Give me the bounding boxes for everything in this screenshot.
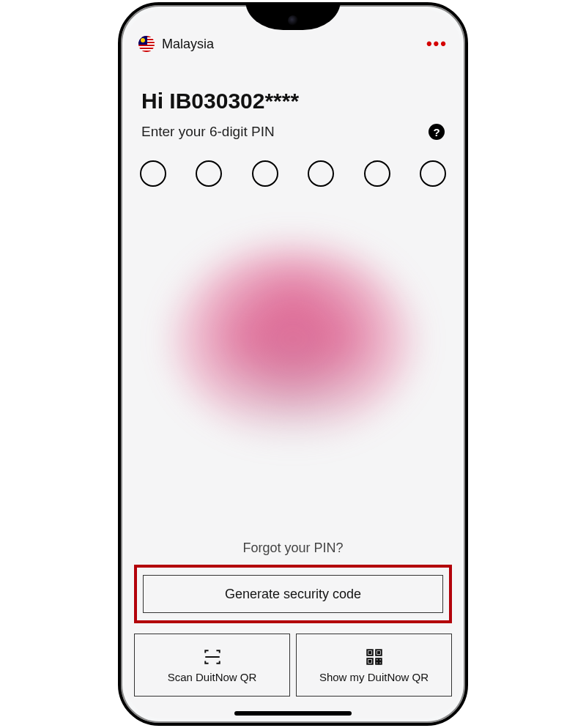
svg-rect-10 — [379, 661, 381, 664]
greeting-text: Hi IB030302**** — [141, 89, 445, 114]
pin-dot — [364, 160, 390, 187]
blurred-graphic — [172, 245, 414, 435]
pin-dot — [420, 160, 446, 187]
promo-area — [125, 209, 461, 536]
phone-frame: Malaysia ••• Hi IB030302**** Enter your … — [118, 2, 468, 726]
pin-dot — [140, 160, 166, 187]
pin-prompt-row: Enter your 6-digit PIN ? — [125, 114, 461, 140]
tutorial-highlight: Generate security code — [134, 565, 452, 623]
scan-qr-icon — [203, 647, 222, 666]
malaysia-flag-icon — [138, 36, 155, 52]
pin-dot — [308, 160, 334, 187]
show-duitnow-qr-button[interactable]: Show my DuitNow QR — [296, 634, 452, 697]
help-icon[interactable]: ? — [429, 124, 445, 140]
qr-actions-row: Scan DuitNow QR Show — [125, 631, 461, 718]
pin-dot — [196, 160, 222, 187]
svg-rect-8 — [379, 658, 381, 661]
home-indicator[interactable] — [234, 711, 352, 716]
scan-duitnow-qr-button[interactable]: Scan DuitNow QR — [134, 634, 290, 697]
svg-rect-7 — [376, 658, 378, 661]
more-options-button[interactable]: ••• — [426, 34, 448, 53]
country-selector[interactable]: Malaysia — [138, 36, 214, 52]
show-qr-label: Show my DuitNow QR — [319, 671, 429, 683]
country-label: Malaysia — [162, 37, 214, 52]
scan-qr-label: Scan DuitNow QR — [168, 671, 257, 683]
svg-rect-6 — [368, 660, 370, 661]
svg-rect-5 — [377, 651, 379, 653]
app-screen: Malaysia ••• Hi IB030302**** Enter your … — [125, 10, 461, 718]
forgot-pin-link[interactable]: Forgot your PIN? — [125, 536, 461, 565]
generate-security-code-button[interactable]: Generate security code — [143, 575, 443, 613]
qr-code-icon — [365, 647, 384, 666]
pin-prompt-label: Enter your 6-digit PIN — [141, 124, 275, 140]
stage: Malaysia ••• Hi IB030302**** Enter your … — [0, 0, 586, 728]
pin-dot — [252, 160, 278, 187]
svg-rect-9 — [376, 661, 378, 664]
greeting-block: Hi IB030302**** — [125, 53, 461, 114]
phone-camera — [288, 15, 298, 26]
svg-rect-4 — [368, 651, 370, 653]
pin-input[interactable] — [125, 140, 461, 187]
